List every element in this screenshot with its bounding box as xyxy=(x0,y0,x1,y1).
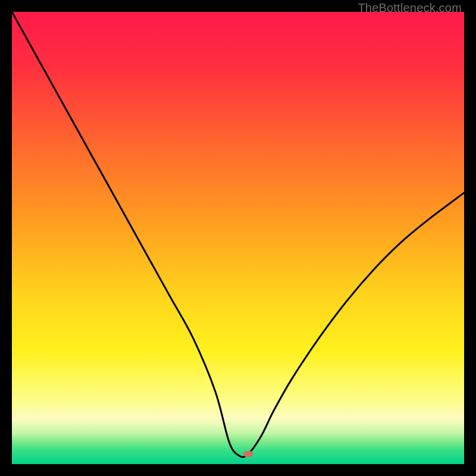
chart-frame: TheBottleneck.com xyxy=(0,0,476,476)
optimal-point-marker xyxy=(243,451,253,457)
plot-area xyxy=(12,12,464,464)
watermark-text: TheBottleneck.com xyxy=(358,1,462,15)
bottleneck-curve xyxy=(12,12,464,464)
